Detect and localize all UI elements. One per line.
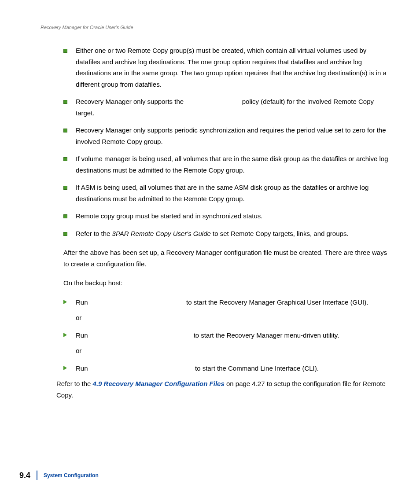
text: Recovery Manager only supports the	[76, 98, 185, 105]
footer-divider	[37, 471, 37, 480]
running-header: Recovery Manager for Oracle User's Guide	[41, 25, 389, 30]
section-name: System Configuration	[44, 472, 99, 478]
bullet-item: Remote copy group must be started and in…	[63, 210, 389, 222]
bullet-list: Either one or two Remote Copy group(s) m…	[63, 45, 389, 239]
page-content: Either one or two Remote Copy group(s) m…	[63, 45, 389, 401]
or-text: or	[76, 345, 389, 357]
text: Run	[76, 331, 90, 339]
italic-title: 3PAR Remote Copy User's Guide	[112, 230, 211, 237]
text: to start the Recovery Manager Graphical …	[184, 298, 368, 306]
bullet-item: Recovery Manager only supports periodic …	[63, 125, 389, 147]
page-number: 9.4	[19, 471, 37, 480]
text: to start the Recovery Manager menu-drive…	[192, 331, 339, 339]
code-text: /opt/3par/rmora/3.0/bin/rmorasetup	[90, 331, 192, 339]
triangle-list: Run /opt/3par/rmora/3.0/bin/rmoragui to …	[63, 297, 389, 374]
bullet-item: If volume manager is being used, all vol…	[63, 153, 389, 176]
triangle-item: Run /opt/3par/rmora/3.0/bin/rmoraconfig …	[63, 363, 389, 374]
cross-reference-link[interactable]: 4.9 Recovery Manager Configuration Files	[93, 380, 225, 387]
text: Refer to the	[76, 230, 112, 237]
text: to start the Command Line Interface (CLI…	[193, 364, 319, 372]
code-text: /opt/3par/rmora/3.0/bin/rmoraconfig	[90, 364, 193, 372]
text: Refer to the	[56, 380, 93, 387]
paragraph-final: Refer to the 4.9 Recovery Manager Config…	[56, 378, 389, 401]
code-text: no_fail_wrt_on_err	[185, 98, 240, 105]
text: Run	[76, 364, 90, 372]
page-footer: 9.4 System Configuration	[19, 471, 99, 480]
bullet-item: Recovery Manager only supports the no_fa…	[63, 96, 389, 118]
bullet-item: If ASM is being used, all volumes that a…	[63, 182, 389, 204]
text: to set Remote Copy targets, links, and g…	[211, 230, 349, 237]
bullet-item: Either one or two Remote Copy group(s) m…	[63, 45, 389, 90]
triangle-item: Run /opt/3par/rmora/3.0/bin/rmorasetup t…	[63, 330, 389, 357]
paragraph: On the backup host:	[63, 277, 389, 289]
bullet-item: Refer to the 3PAR Remote Copy User's Gui…	[63, 228, 389, 239]
triangle-item: Run /opt/3par/rmora/3.0/bin/rmoragui to …	[63, 297, 389, 324]
text: Run	[76, 298, 90, 306]
paragraph: After the above has been set up, a Recov…	[63, 247, 389, 269]
code-text: /opt/3par/rmora/3.0/bin/rmoragui	[90, 298, 184, 306]
or-text: or	[76, 312, 389, 324]
